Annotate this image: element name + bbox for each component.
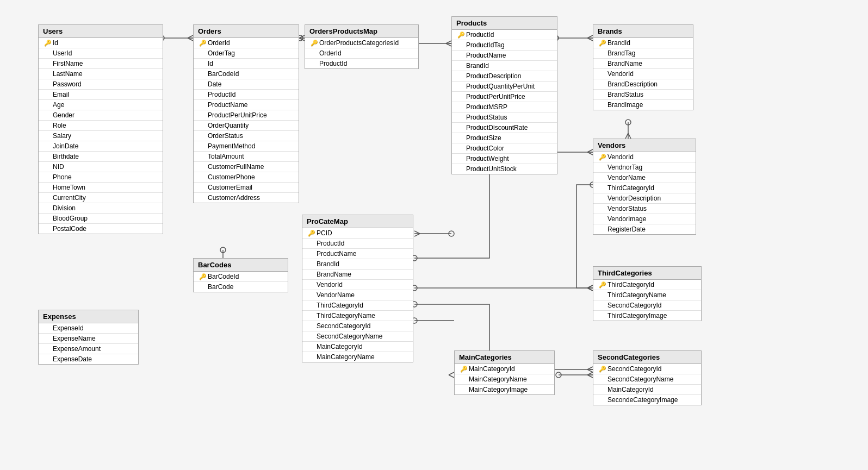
svg-line-8: [188, 38, 193, 41]
products-table: Products 🔑ProductId ProductIdTag Product…: [451, 16, 557, 174]
table-row: 🔑VendorId: [593, 152, 696, 162]
vendors-table-header: Vendors: [593, 139, 696, 152]
barcodes-table: BarCodes 🔑BarCodeId BarCode: [193, 258, 288, 292]
table-row: ExpenseDate: [39, 354, 138, 364]
table-row: Id: [194, 59, 299, 69]
table-row: ProductWeight: [452, 154, 557, 164]
table-row: UserId: [39, 48, 163, 59]
table-row: 🔑BrandId: [593, 38, 693, 48]
vendors-table: Vendors 🔑VendorId VendnorTag VendorName …: [593, 139, 696, 235]
svg-line-31: [587, 288, 593, 291]
table-row: SecondCategoryId: [302, 321, 413, 331]
table-row: ProductName: [194, 100, 299, 110]
third-categories-table: ThirdCategories 🔑ThirdCategoryId ThirdCa…: [593, 266, 702, 321]
table-row: 🔑PCID: [302, 228, 413, 239]
table-row: PaymentMethod: [194, 141, 299, 152]
second-categories-table: SecondCategories 🔑SecondCategoryId Secon…: [593, 350, 702, 405]
table-row: Division: [39, 203, 163, 214]
table-row: SecondCategoryName: [302, 331, 413, 342]
table-row: ThirdCategoryName: [593, 290, 701, 300]
table-row: MainCategoryName: [302, 352, 413, 362]
svg-line-45: [587, 285, 593, 288]
table-row: BarCodeId: [194, 69, 299, 79]
svg-line-19: [587, 35, 593, 38]
table-row: CustomerPhone: [194, 172, 299, 183]
table-row: ProductStatus: [452, 112, 557, 123]
table-row: BrandName: [593, 59, 693, 69]
svg-line-30: [587, 285, 593, 288]
table-row: Phone: [39, 172, 163, 183]
table-row: Birthdate: [39, 152, 163, 162]
barcodes-table-header: BarCodes: [194, 259, 288, 272]
table-row: CurrentCity: [39, 193, 163, 203]
table-row: LastName: [39, 69, 163, 79]
svg-point-26: [449, 231, 454, 236]
svg-point-47: [625, 120, 631, 125]
main-categories-header: MainCategories: [455, 351, 554, 364]
table-row: 🔑ProductId: [452, 30, 557, 40]
table-row: TotalAmount: [194, 152, 299, 162]
svg-line-27: [414, 231, 420, 234]
table-row: VendorName: [593, 173, 696, 183]
table-row: ProductPerUnitPrice: [194, 110, 299, 121]
table-row: BrandId: [302, 259, 413, 270]
svg-point-40: [556, 372, 561, 378]
table-row: JoinDate: [39, 141, 163, 152]
table-row: VendorId: [593, 69, 693, 79]
svg-line-34: [587, 367, 593, 369]
table-row: 🔑BarCodeId: [194, 272, 288, 282]
table-row: ProductDiscountRate: [452, 123, 557, 133]
table-row: BrandTag: [593, 48, 693, 59]
table-row: ExpenseId: [39, 323, 138, 334]
svg-line-41: [587, 372, 593, 375]
table-row: CustomerAddress: [194, 193, 299, 203]
table-row: BarCode: [194, 282, 288, 292]
orders-products-map-table: OrdersProductsMap 🔑OrderProductsCategori…: [305, 24, 419, 69]
table-row: Email: [39, 90, 163, 100]
table-row: OrderStatus: [194, 131, 299, 141]
table-row: SecondCategoryName: [593, 374, 701, 385]
svg-line-39: [449, 375, 454, 378]
table-row: ProductDescription: [452, 71, 557, 82]
svg-line-12: [299, 38, 305, 41]
table-row: ProductId: [305, 59, 418, 68]
table-row: CustomerFullName: [194, 162, 299, 172]
svg-line-15: [446, 41, 451, 43]
svg-line-48: [625, 133, 628, 139]
svg-line-49: [628, 133, 631, 139]
diagram-canvas: Users 🔑Id UserId FirstName LastName Pass…: [0, 0, 868, 470]
svg-line-16: [446, 43, 451, 46]
table-row: VendorId: [302, 280, 413, 290]
table-row: OrderTag: [194, 48, 299, 59]
table-row: BrandDescription: [593, 79, 693, 90]
table-row: ProductMSRP: [452, 102, 557, 112]
table-row: OrderId: [305, 48, 418, 59]
table-row: BrandId: [452, 61, 557, 71]
table-row: VendnorTag: [593, 162, 696, 173]
table-row: 🔑OrderProductsCategoriesId: [305, 38, 418, 48]
table-row: ProductId: [194, 90, 299, 100]
table-row: ProductColor: [452, 143, 557, 154]
table-row: Password: [39, 79, 163, 90]
table-row: Gender: [39, 110, 163, 121]
svg-line-52: [587, 152, 593, 155]
table-row: ProductIdTag: [452, 40, 557, 51]
table-row: HomeTown: [39, 183, 163, 193]
table-row: VendorImage: [593, 214, 696, 224]
svg-line-42: [587, 375, 593, 378]
table-row: SecondCategoryId: [593, 300, 701, 311]
svg-line-35: [587, 369, 593, 372]
table-row: ThirdCategoryId: [302, 300, 413, 311]
svg-line-51: [587, 149, 593, 152]
table-row: NID: [39, 162, 163, 172]
table-row: 🔑Id: [39, 38, 163, 48]
table-row: Date: [194, 79, 299, 90]
table-row: MainCategoryImage: [455, 385, 554, 394]
table-row: MainCategoryId: [593, 385, 701, 395]
main-categories-table: MainCategories 🔑MainCategoryId MainCateg…: [454, 350, 555, 395]
table-row: ProductSize: [452, 133, 557, 143]
svg-point-22: [220, 247, 226, 253]
table-row: VendorStatus: [593, 204, 696, 214]
table-row: Salary: [39, 131, 163, 141]
expenses-table-header: Expenses: [39, 310, 138, 323]
